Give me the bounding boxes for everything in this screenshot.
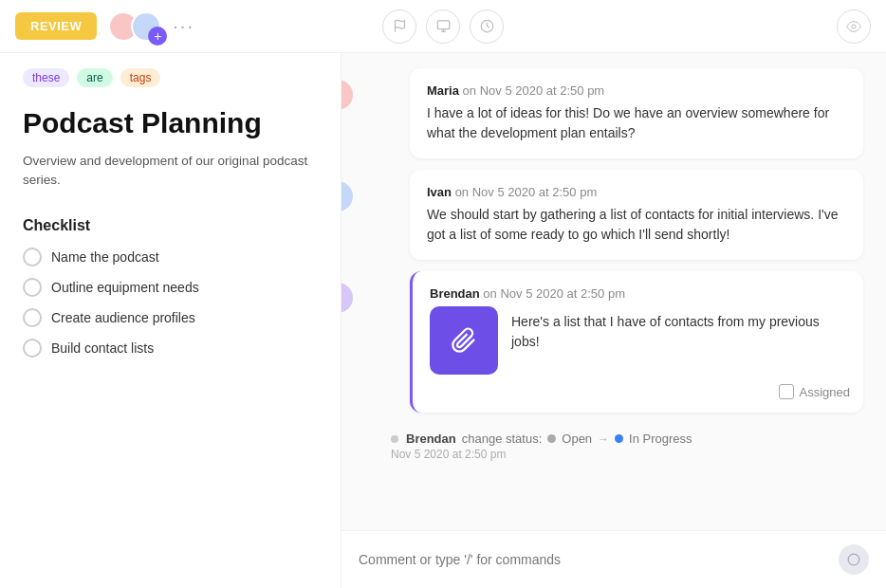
checklist-checkbox-4[interactable] — [23, 339, 42, 358]
page-title: Podcast Planning — [23, 106, 318, 140]
status-dot-to — [615, 434, 623, 443]
comment-text-brendan: Here's a list that I have of contacts fr… — [511, 306, 846, 352]
status-bullet — [391, 435, 398, 443]
comment-timestamp-brendan: on Nov 5 2020 at 2:50 pm — [483, 286, 625, 301]
svg-rect-1 — [437, 21, 450, 29]
comment-timestamp-maria: on Nov 5 2020 at 2:50 pm — [463, 83, 605, 98]
comment-header-brendan: Brendan on Nov 5 2020 at 2:50 pm — [430, 286, 846, 301]
comments-feed: Maria on Nov 5 2020 at 2:50 pm I have a … — [341, 53, 886, 530]
eye-icon-button[interactable] — [837, 9, 871, 44]
tag-tags[interactable]: tags — [120, 68, 161, 87]
checklist-item: Build contact lists — [23, 339, 318, 358]
send-button[interactable] — [839, 544, 869, 575]
avatar-group: + — [108, 11, 161, 42]
card-icon-button[interactable] — [426, 9, 460, 44]
status-change-author: Brendan — [406, 432, 456, 446]
status-change-row: Brendan change status: Open → In Progres… — [364, 424, 863, 469]
right-panel: Maria on Nov 5 2020 at 2:50 pm I have a … — [341, 53, 886, 588]
tags-row: these are tags — [23, 68, 318, 87]
comment-input[interactable] — [359, 552, 839, 567]
avatar-ivan — [341, 181, 353, 211]
checklist-title: Checklist — [23, 217, 318, 234]
comment-wrapper-brendan: Brendan on Nov 5 2020 at 2:50 pm Here's … — [364, 271, 863, 413]
assigned-checkbox[interactable] — [779, 384, 794, 399]
checklist-checkbox-1[interactable] — [23, 248, 42, 266]
status-change-label: change status: — [462, 432, 543, 446]
status-change-content: Brendan change status: Open → In Progres… — [406, 432, 692, 446]
comment-text-maria: I have a lot of ideas for this! Do we ha… — [427, 103, 846, 143]
comment-author-ivan: Ivan — [427, 185, 452, 199]
checklist-label-2: Outline equipment needs — [51, 280, 199, 295]
checklist-label-3: Create audience profiles — [51, 310, 195, 325]
assigned-label: Assigned — [800, 385, 850, 399]
status-to: In Progress — [629, 432, 692, 446]
checklist-checkbox-2[interactable] — [23, 278, 42, 297]
tag-are[interactable]: are — [77, 68, 112, 87]
checklist-item: Outline equipment needs — [23, 278, 318, 297]
avatar-maria — [341, 80, 353, 110]
comment-attachment-area: Here's a list that I have of contacts fr… — [430, 306, 846, 375]
attachment-thumbnail[interactable] — [430, 306, 498, 375]
assigned-badge[interactable]: Assigned — [779, 384, 850, 399]
left-panel: these are tags Podcast Planning Overview… — [0, 53, 341, 588]
svg-point-5 — [852, 25, 856, 28]
status-dot-from — [547, 434, 556, 443]
checklist-checkbox-3[interactable] — [23, 308, 42, 327]
tag-these[interactable]: these — [23, 68, 69, 87]
page-description: Overview and development of our original… — [23, 152, 318, 191]
checklist-label-4: Build contact lists — [51, 340, 154, 356]
comment-input-area — [341, 530, 886, 588]
checklist-item: Name the podcast — [23, 248, 318, 266]
status-timestamp: Nov 5 2020 at 2:50 pm — [391, 448, 840, 461]
status-arrow: → — [598, 432, 609, 446]
comment-timestamp-ivan: on Nov 5 2020 at 2:50 pm — [455, 185, 598, 199]
comment-author-brendan: Brendan — [430, 286, 480, 301]
comment-wrapper-ivan: Ivan on Nov 5 2020 at 2:50 pm We should … — [364, 170, 863, 260]
svg-point-6 — [848, 554, 859, 565]
checklist-item: Create audience profiles — [23, 308, 318, 327]
add-member-button[interactable]: + — [148, 27, 167, 46]
checklist-label-1: Name the podcast — [51, 249, 159, 265]
avatar-brendan — [341, 283, 353, 313]
flag-icon-button[interactable] — [382, 9, 416, 44]
comment-text-ivan: We should start by gathering a list of c… — [427, 205, 846, 245]
comment-header-maria: Maria on Nov 5 2020 at 2:50 pm — [427, 83, 846, 98]
status-from: Open — [562, 432, 592, 446]
more-options-button[interactable]: ··· — [173, 15, 194, 37]
review-button[interactable]: REVIEW — [15, 12, 97, 40]
comment-card-maria: Maria on Nov 5 2020 at 2:50 pm I have a … — [410, 68, 863, 158]
checklist: Name the podcast Outline equipment needs… — [23, 248, 318, 358]
comment-wrapper-maria: Maria on Nov 5 2020 at 2:50 pm I have a … — [364, 68, 863, 158]
comment-author-maria: Maria — [427, 83, 459, 98]
comment-card-brendan: Brendan on Nov 5 2020 at 2:50 pm Here's … — [410, 271, 863, 413]
comment-card-ivan: Ivan on Nov 5 2020 at 2:50 pm We should … — [410, 170, 863, 260]
comment-header-ivan: Ivan on Nov 5 2020 at 2:50 pm — [427, 185, 846, 199]
clock-icon-button[interactable] — [470, 9, 504, 44]
